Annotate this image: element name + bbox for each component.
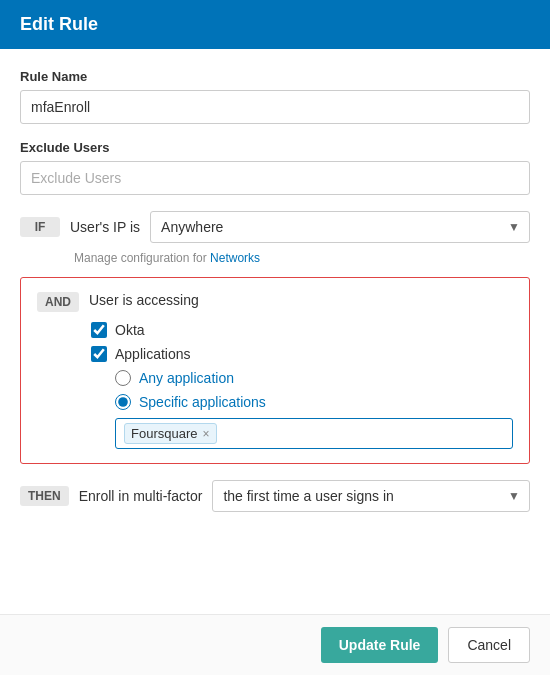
modal-title: Edit Rule — [20, 14, 98, 34]
if-condition-label: User's IP is — [70, 219, 140, 235]
and-condition-label: User is accessing — [89, 292, 199, 308]
ip-select[interactable]: Anywhere In Zone Not in Zone — [150, 211, 530, 243]
then-condition-row: THEN Enroll in multi-factor the first ti… — [20, 480, 530, 512]
specific-app-label: Specific applications — [139, 394, 266, 410]
if-condition-row: IF User's IP is Anywhere In Zone Not in … — [20, 211, 530, 243]
okta-label: Okta — [115, 322, 145, 338]
modal-header: Edit Rule — [0, 0, 550, 49]
and-header: AND User is accessing — [37, 292, 513, 312]
network-hint: Manage configuration for Networks — [74, 251, 530, 265]
applications-checkbox-row: Applications — [91, 346, 513, 362]
edit-rule-modal: Edit Rule Rule Name Exclude Users IF Use… — [0, 0, 550, 675]
and-badge: AND — [37, 292, 79, 312]
ip-select-wrapper: Anywhere In Zone Not in Zone ▼ — [150, 211, 530, 243]
then-condition-label: Enroll in multi-factor — [79, 488, 203, 504]
foursquare-tag: Foursquare × — [124, 423, 217, 444]
modal-footer: Update Rule Cancel — [0, 614, 550, 675]
cancel-button[interactable]: Cancel — [448, 627, 530, 663]
applications-checkbox[interactable] — [91, 346, 107, 362]
any-app-label: Any application — [139, 370, 234, 386]
rule-name-input[interactable] — [20, 90, 530, 124]
enroll-select-wrapper: the first time a user signs in every tim… — [212, 480, 530, 512]
app-search-input[interactable] — [221, 426, 505, 442]
and-section: AND User is accessing Okta Applications … — [20, 277, 530, 464]
okta-checkbox-row: Okta — [91, 322, 513, 338]
specific-app-radio-row: Specific applications — [115, 394, 513, 410]
if-badge: IF — [20, 217, 60, 237]
applications-label: Applications — [115, 346, 191, 362]
modal-body: Rule Name Exclude Users IF User's IP is … — [0, 49, 550, 614]
rule-name-group: Rule Name — [20, 69, 530, 124]
any-app-radio[interactable] — [115, 370, 131, 386]
foursquare-tag-label: Foursquare — [131, 426, 197, 441]
foursquare-tag-close-icon[interactable]: × — [202, 427, 209, 441]
specific-app-radio[interactable] — [115, 394, 131, 410]
radio-group: Any application Specific applications Fo… — [115, 370, 513, 449]
exclude-users-input[interactable] — [20, 161, 530, 195]
app-tag-input-wrapper: Foursquare × — [115, 418, 513, 449]
checkboxes-area: Okta Applications Any application Specif… — [91, 322, 513, 449]
networks-link[interactable]: Networks — [210, 251, 260, 265]
exclude-users-group: Exclude Users — [20, 140, 530, 195]
then-badge: THEN — [20, 486, 69, 506]
okta-checkbox[interactable] — [91, 322, 107, 338]
any-app-radio-row: Any application — [115, 370, 513, 386]
enroll-select[interactable]: the first time a user signs in every tim… — [212, 480, 530, 512]
rule-name-label: Rule Name — [20, 69, 530, 84]
update-rule-button[interactable]: Update Rule — [321, 627, 439, 663]
exclude-users-label: Exclude Users — [20, 140, 530, 155]
